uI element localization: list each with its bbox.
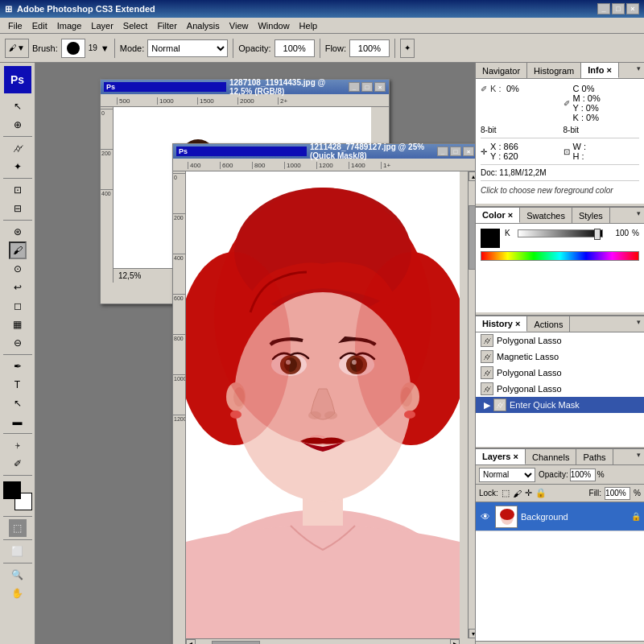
doc2-close[interactable]: × bbox=[463, 147, 474, 156]
tool-gradient[interactable]: ▦ bbox=[9, 316, 27, 333]
doc1-close[interactable]: × bbox=[374, 82, 386, 92]
tool-crop[interactable]: ⊡ bbox=[9, 181, 27, 199]
airbrush-btn[interactable]: ✦ bbox=[400, 39, 415, 58]
tab-paths[interactable]: Paths bbox=[576, 449, 613, 464]
tab-swatches[interactable]: Swatches bbox=[520, 208, 572, 223]
scroll-down-btn[interactable]: ▾ bbox=[469, 629, 475, 638]
tab-channels[interactable]: Channels bbox=[526, 449, 576, 464]
lock-transparent-icon[interactable]: ⬚ bbox=[502, 488, 510, 498]
color-panel-menu[interactable]: ▾ bbox=[633, 208, 644, 219]
menu-select[interactable]: Select bbox=[118, 19, 153, 32]
menu-layer[interactable]: Layer bbox=[86, 19, 118, 32]
info-h-label: H : bbox=[573, 151, 584, 161]
tool-shape[interactable]: ▬ bbox=[9, 413, 27, 431]
doc2-titlebar[interactable]: Ps 1211428_77489127.jpg @ 25% (Quick Mas… bbox=[173, 144, 475, 159]
scroll-right-btn[interactable]: ▸ bbox=[450, 639, 460, 645]
history-item-1[interactable]: ⌭Magnetic Lasso bbox=[476, 349, 644, 365]
menu-analysis[interactable]: Analysis bbox=[182, 19, 225, 32]
flow-input[interactable] bbox=[349, 39, 390, 57]
layers-fill-input[interactable] bbox=[605, 487, 630, 500]
doc2-canvas[interactable] bbox=[186, 171, 460, 638]
doc1-maximize[interactable]: □ bbox=[361, 82, 373, 92]
lock-paint-icon[interactable]: 🖌 bbox=[513, 489, 522, 498]
info-panel-menu[interactable]: ▾ bbox=[633, 63, 644, 74]
menu-filter[interactable]: Filter bbox=[152, 19, 181, 32]
tab-actions[interactable]: Actions bbox=[527, 316, 570, 332]
tool-notes[interactable]: ⍆ bbox=[9, 436, 27, 454]
tool-hand[interactable]: ✋ bbox=[9, 584, 27, 602]
tool-eraser[interactable]: ◻ bbox=[9, 297, 27, 315]
layers-blend-mode[interactable]: Normal Multiply bbox=[479, 468, 535, 482]
lock-all-icon[interactable]: 🔒 bbox=[535, 488, 547, 498]
tool-dodge[interactable]: ⊖ bbox=[9, 334, 27, 352]
opacity-input[interactable] bbox=[275, 39, 315, 57]
menu-file[interactable]: File bbox=[3, 19, 27, 32]
tool-eyedropper[interactable]: ✐ bbox=[9, 455, 27, 473]
color-k-thumb[interactable] bbox=[594, 229, 601, 240]
tool-brush[interactable]: 🖌 bbox=[9, 242, 27, 259]
tool-slice[interactable]: ⊟ bbox=[9, 200, 27, 217]
menu-image[interactable]: Image bbox=[52, 19, 87, 32]
layer-item-background[interactable]: 👁 Background 🔒 bbox=[476, 502, 644, 531]
scroll-thumb-v[interactable] bbox=[469, 205, 475, 270]
close-button[interactable]: × bbox=[626, 3, 639, 14]
lock-move-icon[interactable]: ✛ bbox=[525, 488, 532, 498]
tab-styles[interactable]: Styles bbox=[572, 208, 610, 223]
doc2-maximize[interactable]: □ bbox=[450, 147, 461, 156]
tab-info[interactable]: Info × bbox=[581, 63, 619, 78]
color-spectrum-bar[interactable] bbox=[481, 251, 639, 261]
info-hint[interactable]: Click to choose new foreground color bbox=[481, 186, 639, 195]
tab-color[interactable]: Color × bbox=[476, 208, 520, 223]
tool-preset-picker[interactable]: 🖌▼ bbox=[5, 39, 29, 58]
tool-type[interactable]: T bbox=[9, 376, 27, 394]
doc2-scrollbar-h[interactable]: ◂ ▸ bbox=[186, 638, 460, 644]
scroll-thumb-h[interactable] bbox=[212, 641, 260, 645]
foreground-color-swatch[interactable] bbox=[3, 481, 21, 499]
tool-path-select[interactable]: ↖ bbox=[9, 394, 27, 412]
history-panel-menu[interactable]: ▾ bbox=[633, 316, 644, 328]
tool-quick-mask[interactable]: ⬚ bbox=[9, 519, 27, 537]
menu-edit[interactable]: Edit bbox=[27, 19, 52, 32]
tool-lasso[interactable]: ⌭ bbox=[9, 139, 27, 157]
scroll-up-btn[interactable]: ▴ bbox=[469, 171, 475, 181]
doc1-minimize[interactable]: _ bbox=[349, 82, 360, 92]
doc2-minimize[interactable]: _ bbox=[437, 147, 448, 156]
tool-pen[interactable]: ✒ bbox=[9, 357, 27, 375]
tool-zoom[interactable]: 🔍 bbox=[9, 566, 27, 584]
tool-move[interactable]: ⊕ bbox=[9, 116, 27, 134]
tab-history[interactable]: History × bbox=[476, 316, 527, 332]
menu-view[interactable]: View bbox=[225, 19, 254, 32]
brush-preview[interactable] bbox=[61, 39, 85, 58]
history-item-0[interactable]: ⌭Polygonal Lasso bbox=[476, 332, 644, 349]
layers-panel-menu[interactable]: ▾ bbox=[633, 449, 644, 460]
history-panel-content[interactable]: ⌭Polygonal Lasso⌭Magnetic Lasso⌭Polygona… bbox=[476, 332, 644, 447]
menu-help[interactable]: Help bbox=[295, 19, 323, 32]
right-panels: Navigator Histogram Info × ▾ ✐ K : 0% bbox=[475, 63, 644, 644]
tab-histogram[interactable]: Histogram bbox=[527, 63, 581, 78]
tab-layers[interactable]: Layers × bbox=[476, 449, 526, 464]
layer-eye-background[interactable]: 👁 bbox=[479, 510, 492, 523]
scroll-left-btn[interactable]: ◂ bbox=[186, 639, 196, 645]
tool-healing[interactable]: ⊛ bbox=[9, 223, 27, 241]
tab-navigator[interactable]: Navigator bbox=[476, 63, 527, 78]
maximize-button[interactable]: □ bbox=[612, 3, 625, 14]
menu-window[interactable]: Window bbox=[253, 19, 294, 32]
color-foreground-swatch[interactable] bbox=[481, 229, 500, 248]
layers-opacity-input[interactable] bbox=[570, 469, 596, 481]
minimize-button[interactable]: _ bbox=[597, 3, 610, 14]
tool-stamp[interactable]: ⊙ bbox=[9, 260, 27, 278]
color-k-slider[interactable] bbox=[518, 229, 603, 237]
tool-magic-wand[interactable]: ✦ bbox=[9, 158, 27, 175]
doc1-titlebar[interactable]: Ps 1287108_11914435.jpg @ 12,5% (RGB/8) … bbox=[101, 80, 389, 94]
tool-screen-mode[interactable]: ⬜ bbox=[9, 543, 27, 560]
history-item-2[interactable]: ⌭Polygonal Lasso bbox=[476, 365, 644, 381]
doc2-scrollbar-v[interactable]: ▴ ▾ bbox=[468, 171, 475, 638]
history-item-3[interactable]: ⌭Polygonal Lasso bbox=[476, 381, 644, 397]
info-xy-row: ✛ X : 866 Y : 620 bbox=[481, 142, 557, 161]
mode-select[interactable]: Normal Multiply Screen bbox=[147, 39, 228, 57]
tool-selection[interactable]: ↖ bbox=[9, 97, 27, 115]
history-item-4[interactable]: ▶⌭Enter Quick Mask bbox=[476, 397, 644, 413]
doc1-ps-icon: Ps bbox=[104, 82, 226, 92]
layers-toolbar: Normal Multiply Opacity: % bbox=[476, 465, 644, 485]
tool-history-brush[interactable]: ↩ bbox=[9, 279, 27, 296]
